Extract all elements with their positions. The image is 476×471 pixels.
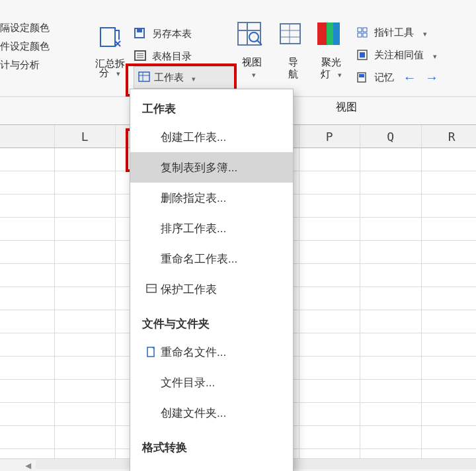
cell[interactable] — [0, 287, 55, 310]
nav-button[interactable]: 导 航 — [276, 20, 309, 79]
column-header[interactable] — [0, 125, 55, 148]
opt-stats-analysis[interactable]: 计与分析 — [0, 56, 50, 74]
cell[interactable] — [360, 218, 422, 240]
cell[interactable] — [299, 403, 361, 425]
cell[interactable] — [360, 241, 422, 263]
cell[interactable] — [360, 148, 422, 171]
cell[interactable] — [422, 403, 477, 425]
cell[interactable] — [55, 194, 116, 217]
svg-rect-30 — [147, 284, 156, 292]
cell[interactable] — [55, 241, 116, 263]
cell[interactable] — [360, 287, 422, 310]
cell[interactable] — [422, 148, 477, 171]
menu-item[interactable]: 重命名文件... — [130, 337, 293, 367]
cell[interactable] — [55, 357, 116, 379]
column-header[interactable]: Q — [360, 125, 422, 148]
cell[interactable] — [360, 380, 422, 402]
cell[interactable] — [0, 148, 55, 171]
column-header[interactable]: L — [55, 125, 116, 148]
spotlight-button[interactable]: 聚光 灯 — [315, 20, 348, 80]
cell[interactable] — [0, 333, 55, 356]
arrow-right-icon[interactable]: → — [422, 70, 439, 85]
menu-item[interactable]: 删除指定表... — [130, 183, 293, 213]
memory-button[interactable]: 记忆 ← → — [356, 66, 438, 89]
cell[interactable] — [299, 333, 361, 356]
cell[interactable] — [422, 241, 477, 263]
cell[interactable] — [0, 241, 55, 263]
cell[interactable] — [360, 264, 422, 286]
cell[interactable] — [360, 333, 422, 356]
cell[interactable] — [55, 218, 116, 240]
opt-condition-color[interactable]: 件设定颜色 — [0, 37, 50, 56]
table-toc-button[interactable]: 表格目录 — [134, 45, 192, 67]
menu-item[interactable]: 排序工作表... — [130, 213, 293, 243]
cell[interactable] — [55, 171, 116, 194]
cell[interactable] — [0, 264, 55, 286]
menu-item[interactable]: 复制表到多簿... — [130, 152, 293, 183]
scroll-left-icon[interactable]: ◄ — [0, 459, 36, 471]
cell[interactable] — [299, 357, 361, 379]
cell[interactable] — [55, 403, 116, 425]
cell[interactable] — [55, 426, 116, 449]
cell[interactable] — [299, 426, 361, 449]
cell[interactable] — [422, 333, 477, 356]
menu-item[interactable]: 创建文件夹... — [130, 398, 293, 428]
cell[interactable] — [360, 194, 422, 217]
cell[interactable] — [299, 380, 361, 402]
focus-same-value-button[interactable]: 关注相同值 — [356, 44, 438, 66]
view-button[interactable]: 视图 — [235, 20, 268, 80]
cell[interactable] — [299, 171, 361, 194]
cell[interactable] — [422, 171, 477, 194]
cell[interactable] — [0, 403, 55, 425]
pointer-tools-button[interactable]: 指针工具 — [356, 21, 438, 44]
cell[interactable] — [299, 194, 361, 217]
cell[interactable] — [360, 310, 422, 333]
cell[interactable] — [360, 403, 422, 425]
cell[interactable] — [422, 287, 477, 310]
cell[interactable] — [422, 264, 477, 286]
cell[interactable] — [422, 380, 477, 402]
summary-split-button[interactable]: 汇总拆 分 — [90, 20, 130, 79]
cell[interactable] — [0, 194, 55, 217]
cell[interactable] — [299, 310, 361, 333]
column-header[interactable]: P — [299, 125, 361, 148]
cell[interactable] — [55, 287, 116, 310]
cell[interactable] — [299, 287, 361, 310]
cell[interactable] — [360, 426, 422, 449]
menu-item[interactable]: 创建工作表... — [130, 122, 293, 152]
opt-interval-color[interactable]: 隔设定颜色 — [0, 19, 50, 37]
cell[interactable] — [422, 218, 477, 240]
menu-item-label: 重命名文件... — [161, 345, 226, 360]
cell[interactable] — [422, 310, 477, 333]
cell[interactable] — [0, 171, 55, 194]
cell[interactable] — [360, 171, 422, 194]
cell[interactable] — [55, 148, 116, 171]
cell[interactable] — [0, 357, 55, 379]
save-as-sheet-button[interactable]: 另存本表 — [134, 22, 192, 45]
cell[interactable] — [0, 426, 55, 449]
cell[interactable] — [299, 264, 361, 286]
cell[interactable] — [0, 310, 55, 333]
cell[interactable] — [55, 264, 116, 286]
menu-item-label: 重命名工作表... — [161, 251, 237, 267]
cell[interactable] — [422, 426, 477, 449]
worksheet-dropdown-button[interactable]: 工作表 — [134, 66, 235, 89]
cell[interactable] — [55, 310, 116, 333]
menu-section-header: 工作表 — [130, 89, 293, 122]
column-header[interactable]: R — [422, 125, 477, 148]
cell[interactable] — [422, 357, 477, 379]
menu-item[interactable]: 保护工作表 — [130, 274, 293, 304]
arrow-left-icon[interactable]: ← — [399, 70, 416, 85]
cell[interactable] — [299, 148, 361, 171]
cell[interactable] — [422, 194, 477, 217]
cell[interactable] — [55, 333, 116, 356]
cell[interactable] — [0, 380, 55, 402]
menu-item[interactable]: 重命名工作表... — [130, 243, 293, 274]
cell[interactable] — [360, 357, 422, 379]
cell[interactable] — [299, 241, 361, 263]
menu-item[interactable]: 文件目录... — [130, 367, 293, 398]
cell[interactable] — [299, 218, 361, 240]
menu-section-header: 格式转换 — [130, 428, 293, 460]
cell[interactable] — [55, 380, 116, 402]
cell[interactable] — [0, 218, 55, 240]
